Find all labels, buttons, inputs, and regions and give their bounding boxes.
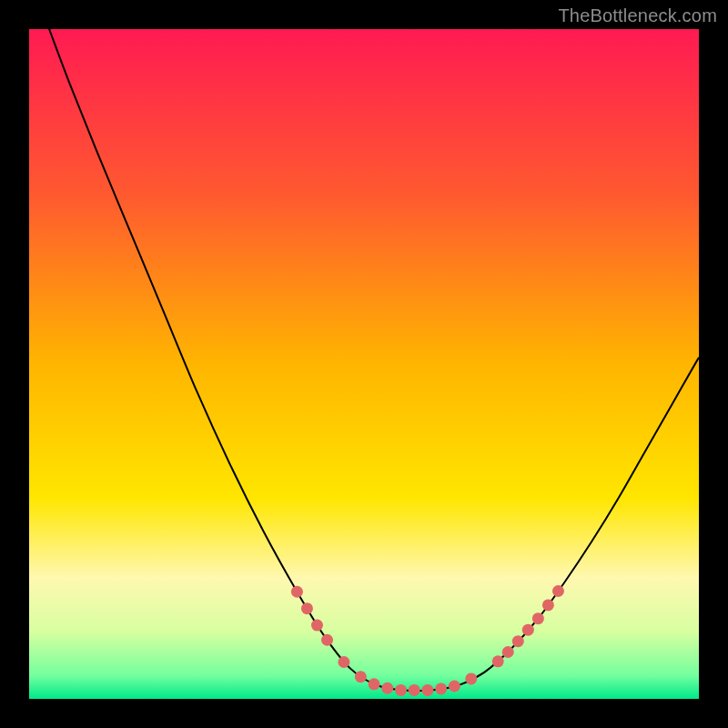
- gradient-background: [29, 29, 699, 699]
- highlight-dot: [512, 635, 524, 647]
- chart-frame: [29, 29, 699, 699]
- bottleneck-chart: [29, 29, 699, 699]
- highlight-dot: [542, 599, 554, 611]
- highlight-dot: [395, 684, 407, 696]
- highlight-dot: [502, 646, 514, 658]
- highlight-dot: [552, 585, 564, 597]
- highlight-dot: [369, 678, 380, 690]
- highlight-dot: [465, 672, 477, 684]
- highlight-dot: [522, 624, 534, 636]
- highlight-dot: [532, 612, 544, 624]
- highlight-dot: [421, 684, 433, 696]
- highlight-dot: [492, 655, 504, 667]
- highlight-dot: [355, 671, 367, 682]
- watermark-text: TheBottleneck.com: [558, 5, 717, 26]
- highlight-dot: [321, 634, 333, 646]
- highlight-dot: [338, 656, 349, 668]
- highlight-dot: [409, 684, 420, 696]
- highlight-dot: [435, 682, 447, 694]
- highlight-dot: [291, 586, 303, 598]
- highlight-dot: [311, 620, 323, 632]
- highlight-dot: [381, 682, 393, 694]
- highlight-dot: [449, 681, 460, 693]
- highlight-dot: [301, 602, 313, 614]
